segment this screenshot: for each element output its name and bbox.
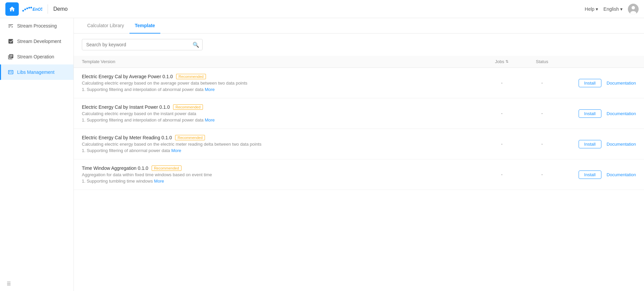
app-header: EnOS ™ Demo Help ▾ English ▾ bbox=[0, 0, 644, 18]
svg-point-8 bbox=[632, 6, 635, 9]
row-title-text-3: Time Window Aggregation 0.1.0 bbox=[82, 165, 148, 171]
documentation-link-2[interactable]: Documentation bbox=[607, 142, 636, 147]
tab-calculator-library[interactable]: Calculator Library bbox=[82, 18, 129, 34]
stream-operation-icon bbox=[8, 54, 14, 60]
row-jobs-1: - bbox=[482, 111, 522, 116]
row-status-1: - bbox=[522, 111, 562, 116]
tab-bar: Calculator Library Template bbox=[74, 18, 644, 34]
svg-point-3 bbox=[29, 7, 30, 8]
language-button[interactable]: English ▾ bbox=[603, 6, 623, 12]
sidebar-item-stream-development[interactable]: Stream Development bbox=[0, 34, 73, 49]
demo-label: Demo bbox=[53, 6, 68, 12]
main-content: Calculator Library Template 🔍 Template V… bbox=[74, 18, 644, 291]
table-row: Electric Energy Cal by Instant Power 0.1… bbox=[74, 98, 644, 129]
row-jobs-2: - bbox=[482, 141, 522, 147]
badge-recommended-1: Recommended bbox=[173, 104, 203, 110]
svg-point-0 bbox=[22, 10, 24, 11]
table-row: Electric Energy Cal by Average Power 0.1… bbox=[74, 68, 644, 98]
help-label: Help bbox=[585, 6, 594, 12]
help-button[interactable]: Help ▾ bbox=[585, 6, 598, 12]
row-actions-1: Install Documentation bbox=[562, 109, 636, 118]
lang-chevron-icon: ▾ bbox=[620, 6, 623, 12]
template-table: Template Version Jobs ⇅ Status Electric … bbox=[74, 56, 644, 291]
row-note-1: 1. Supporting filtering and interpolatio… bbox=[82, 117, 482, 123]
badge-recommended-2: Recommended bbox=[175, 135, 205, 140]
sidebar-item-stream-development-label: Stream Development bbox=[17, 39, 61, 44]
more-link-2[interactable]: More bbox=[171, 148, 181, 153]
row-actions-0: Install Documentation bbox=[562, 79, 636, 87]
row-content-3: Time Window Aggregation 0.1.0 Recommende… bbox=[82, 165, 482, 184]
install-button-0[interactable]: Install bbox=[579, 79, 601, 87]
header-divider bbox=[48, 4, 48, 14]
header-jobs: Jobs ⇅ bbox=[482, 59, 522, 64]
home-icon[interactable] bbox=[5, 2, 19, 16]
install-button-1[interactable]: Install bbox=[579, 109, 601, 118]
row-title-3: Time Window Aggregation 0.1.0 Recommende… bbox=[82, 165, 482, 171]
search-input[interactable] bbox=[82, 39, 203, 50]
main-layout: Stream Processing Stream Development Str… bbox=[0, 18, 644, 291]
documentation-link-3[interactable]: Documentation bbox=[607, 172, 636, 177]
row-actions-2: Install Documentation bbox=[562, 140, 636, 148]
row-actions-3: Install Documentation bbox=[562, 171, 636, 179]
more-link-0[interactable]: More bbox=[205, 87, 215, 92]
header-version: Template Version bbox=[82, 59, 482, 64]
sidebar-item-libs-management[interactable]: Libs Management bbox=[0, 64, 73, 80]
row-status-0: - bbox=[522, 80, 562, 86]
svg-point-1 bbox=[24, 8, 26, 10]
row-desc-1: Calculating electric energy based on the… bbox=[82, 111, 482, 116]
row-content-1: Electric Energy Cal by Instant Power 0.1… bbox=[82, 104, 482, 123]
row-title-text-2: Electric Energy Cal by Meter Reading 0.1… bbox=[82, 135, 172, 140]
tab-template-label: Template bbox=[135, 23, 155, 28]
row-title-text-1: Electric Energy Cal by Instant Power 0.1… bbox=[82, 104, 170, 110]
documentation-link-1[interactable]: Documentation bbox=[607, 111, 636, 116]
search-input-wrap: 🔍 bbox=[82, 39, 203, 50]
badge-recommended-3: Recommended bbox=[152, 165, 181, 171]
badge-recommended-0: Recommended bbox=[176, 74, 206, 79]
more-link-1[interactable]: More bbox=[205, 117, 215, 123]
install-button-2[interactable]: Install bbox=[579, 140, 601, 148]
row-desc-0: Calculating electric energy based on the… bbox=[82, 81, 482, 86]
svg-point-2 bbox=[26, 7, 28, 9]
row-title-2: Electric Energy Cal by Meter Reading 0.1… bbox=[82, 135, 482, 140]
tab-calculator-library-label: Calculator Library bbox=[87, 23, 124, 28]
row-content-0: Electric Energy Cal by Average Power 0.1… bbox=[82, 74, 482, 92]
row-content-2: Electric Energy Cal by Meter Reading 0.1… bbox=[82, 135, 482, 153]
table-header: Template Version Jobs ⇅ Status bbox=[74, 56, 644, 68]
header-status: Status bbox=[522, 59, 562, 64]
user-avatar[interactable] bbox=[628, 4, 639, 14]
svg-rect-11 bbox=[11, 71, 12, 72]
row-note-3: 1. Supporting tumbling time windows More bbox=[82, 179, 482, 184]
sidebar-item-libs-management-label: Libs Management bbox=[17, 69, 54, 75]
install-button-3[interactable]: Install bbox=[579, 171, 601, 179]
row-title-1: Electric Energy Cal by Instant Power 0.1… bbox=[82, 104, 482, 110]
row-title-0: Electric Energy Cal by Average Power 0.1… bbox=[82, 74, 482, 79]
stream-processing-icon bbox=[8, 23, 14, 29]
svg-rect-12 bbox=[11, 72, 12, 72]
more-link-3[interactable]: More bbox=[154, 179, 164, 184]
header-right: Help ▾ English ▾ bbox=[585, 4, 639, 14]
search-icon: 🔍 bbox=[193, 42, 199, 48]
stream-development-icon bbox=[8, 38, 14, 44]
row-status-3: - bbox=[522, 172, 562, 177]
row-jobs-3: - bbox=[482, 172, 522, 177]
sidebar-collapse-button[interactable]: ☰ bbox=[0, 276, 73, 291]
tab-template[interactable]: Template bbox=[129, 18, 160, 34]
row-status-2: - bbox=[522, 141, 562, 147]
sidebar: Stream Processing Stream Development Str… bbox=[0, 18, 74, 291]
sidebar-item-stream-processing[interactable]: Stream Processing bbox=[0, 18, 73, 34]
sidebar-item-stream-operation[interactable]: Stream Operation bbox=[0, 49, 73, 64]
help-chevron-icon: ▾ bbox=[596, 6, 598, 12]
row-title-text-0: Electric Energy Cal by Average Power 0.1… bbox=[82, 74, 173, 79]
sidebar-item-stream-operation-label: Stream Operation bbox=[17, 54, 54, 59]
svg-text:™: ™ bbox=[41, 7, 42, 9]
row-desc-3: Aggregation for data within fixed time w… bbox=[82, 172, 482, 177]
row-note-0: 1. Supporting filtering and interpolatio… bbox=[82, 87, 482, 92]
sort-icon[interactable]: ⇅ bbox=[505, 59, 508, 64]
row-desc-2: Calculating electric energy based on the… bbox=[82, 142, 482, 147]
libs-management-icon bbox=[8, 69, 14, 75]
row-jobs-0: - bbox=[482, 80, 522, 86]
table-row: Time Window Aggregation 0.1.0 Recommende… bbox=[74, 159, 644, 190]
documentation-link-0[interactable]: Documentation bbox=[607, 81, 636, 86]
lang-label: English bbox=[603, 6, 619, 12]
search-area: 🔍 bbox=[74, 34, 644, 56]
